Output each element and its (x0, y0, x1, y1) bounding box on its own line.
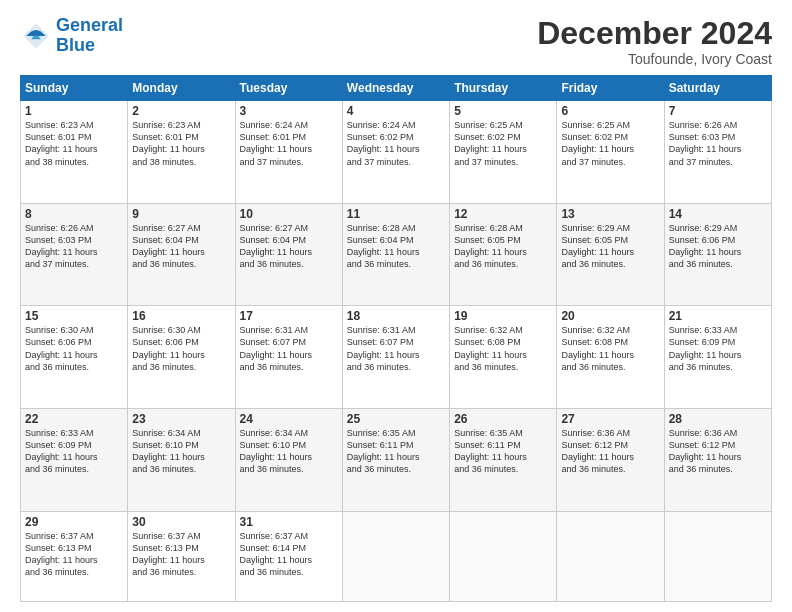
logo-line2: Blue (56, 35, 95, 55)
day-number: 25 (347, 412, 445, 426)
cell-info: Sunrise: 6:25 AM Sunset: 6:02 PM Dayligh… (454, 119, 552, 168)
day-number: 12 (454, 207, 552, 221)
cell-info: Sunrise: 6:28 AM Sunset: 6:05 PM Dayligh… (454, 222, 552, 271)
table-row: 11Sunrise: 6:28 AM Sunset: 6:04 PM Dayli… (342, 203, 449, 306)
cell-info: Sunrise: 6:25 AM Sunset: 6:02 PM Dayligh… (561, 119, 659, 168)
cell-info: Sunrise: 6:26 AM Sunset: 6:03 PM Dayligh… (25, 222, 123, 271)
day-number: 9 (132, 207, 230, 221)
day-number: 2 (132, 104, 230, 118)
table-row: 27Sunrise: 6:36 AM Sunset: 6:12 PM Dayli… (557, 408, 664, 511)
table-row: 1Sunrise: 6:23 AM Sunset: 6:01 PM Daylig… (21, 101, 128, 204)
table-row: 21Sunrise: 6:33 AM Sunset: 6:09 PM Dayli… (664, 306, 771, 409)
title-block: December 2024 Toufounde, Ivory Coast (537, 16, 772, 67)
table-row: 4Sunrise: 6:24 AM Sunset: 6:02 PM Daylig… (342, 101, 449, 204)
logo-text: General Blue (56, 16, 123, 56)
cell-info: Sunrise: 6:35 AM Sunset: 6:11 PM Dayligh… (454, 427, 552, 476)
table-row: 7Sunrise: 6:26 AM Sunset: 6:03 PM Daylig… (664, 101, 771, 204)
day-number: 10 (240, 207, 338, 221)
cell-info: Sunrise: 6:37 AM Sunset: 6:13 PM Dayligh… (25, 530, 123, 579)
day-number: 28 (669, 412, 767, 426)
day-number: 29 (25, 515, 123, 529)
day-number: 13 (561, 207, 659, 221)
cell-info: Sunrise: 6:35 AM Sunset: 6:11 PM Dayligh… (347, 427, 445, 476)
cell-info: Sunrise: 6:24 AM Sunset: 6:01 PM Dayligh… (240, 119, 338, 168)
day-number: 6 (561, 104, 659, 118)
day-number: 8 (25, 207, 123, 221)
col-monday: Monday (128, 76, 235, 101)
table-row (450, 511, 557, 602)
table-row: 22Sunrise: 6:33 AM Sunset: 6:09 PM Dayli… (21, 408, 128, 511)
table-row: 15Sunrise: 6:30 AM Sunset: 6:06 PM Dayli… (21, 306, 128, 409)
cell-info: Sunrise: 6:28 AM Sunset: 6:04 PM Dayligh… (347, 222, 445, 271)
table-row: 26Sunrise: 6:35 AM Sunset: 6:11 PM Dayli… (450, 408, 557, 511)
table-row: 12Sunrise: 6:28 AM Sunset: 6:05 PM Dayli… (450, 203, 557, 306)
table-row: 19Sunrise: 6:32 AM Sunset: 6:08 PM Dayli… (450, 306, 557, 409)
day-number: 16 (132, 309, 230, 323)
day-number: 24 (240, 412, 338, 426)
day-number: 14 (669, 207, 767, 221)
table-row: 28Sunrise: 6:36 AM Sunset: 6:12 PM Dayli… (664, 408, 771, 511)
table-row: 13Sunrise: 6:29 AM Sunset: 6:05 PM Dayli… (557, 203, 664, 306)
col-tuesday: Tuesday (235, 76, 342, 101)
day-number: 22 (25, 412, 123, 426)
day-number: 4 (347, 104, 445, 118)
day-number: 27 (561, 412, 659, 426)
table-row (557, 511, 664, 602)
cell-info: Sunrise: 6:32 AM Sunset: 6:08 PM Dayligh… (454, 324, 552, 373)
cell-info: Sunrise: 6:23 AM Sunset: 6:01 PM Dayligh… (132, 119, 230, 168)
cell-info: Sunrise: 6:29 AM Sunset: 6:05 PM Dayligh… (561, 222, 659, 271)
cell-info: Sunrise: 6:27 AM Sunset: 6:04 PM Dayligh… (132, 222, 230, 271)
cell-info: Sunrise: 6:23 AM Sunset: 6:01 PM Dayligh… (25, 119, 123, 168)
table-row: 16Sunrise: 6:30 AM Sunset: 6:06 PM Dayli… (128, 306, 235, 409)
cell-info: Sunrise: 6:29 AM Sunset: 6:06 PM Dayligh… (669, 222, 767, 271)
calendar: Sunday Monday Tuesday Wednesday Thursday… (20, 75, 772, 602)
cell-info: Sunrise: 6:24 AM Sunset: 6:02 PM Dayligh… (347, 119, 445, 168)
table-row: 9Sunrise: 6:27 AM Sunset: 6:04 PM Daylig… (128, 203, 235, 306)
cell-info: Sunrise: 6:37 AM Sunset: 6:14 PM Dayligh… (240, 530, 338, 579)
logo: General Blue (20, 16, 123, 56)
cell-info: Sunrise: 6:36 AM Sunset: 6:12 PM Dayligh… (669, 427, 767, 476)
day-number: 1 (25, 104, 123, 118)
table-row: 6Sunrise: 6:25 AM Sunset: 6:02 PM Daylig… (557, 101, 664, 204)
logo-line1: General (56, 15, 123, 35)
day-number: 26 (454, 412, 552, 426)
day-number: 21 (669, 309, 767, 323)
logo-icon (20, 20, 52, 52)
day-number: 20 (561, 309, 659, 323)
table-row: 14Sunrise: 6:29 AM Sunset: 6:06 PM Dayli… (664, 203, 771, 306)
page: General Blue December 2024 Toufounde, Iv… (0, 0, 792, 612)
table-row: 23Sunrise: 6:34 AM Sunset: 6:10 PM Dayli… (128, 408, 235, 511)
cell-info: Sunrise: 6:33 AM Sunset: 6:09 PM Dayligh… (25, 427, 123, 476)
day-number: 19 (454, 309, 552, 323)
table-row (664, 511, 771, 602)
table-row: 2Sunrise: 6:23 AM Sunset: 6:01 PM Daylig… (128, 101, 235, 204)
col-friday: Friday (557, 76, 664, 101)
cell-info: Sunrise: 6:33 AM Sunset: 6:09 PM Dayligh… (669, 324, 767, 373)
col-sunday: Sunday (21, 76, 128, 101)
table-row: 5Sunrise: 6:25 AM Sunset: 6:02 PM Daylig… (450, 101, 557, 204)
day-number: 5 (454, 104, 552, 118)
cell-info: Sunrise: 6:31 AM Sunset: 6:07 PM Dayligh… (240, 324, 338, 373)
table-row: 20Sunrise: 6:32 AM Sunset: 6:08 PM Dayli… (557, 306, 664, 409)
cell-info: Sunrise: 6:26 AM Sunset: 6:03 PM Dayligh… (669, 119, 767, 168)
day-number: 7 (669, 104, 767, 118)
cell-info: Sunrise: 6:37 AM Sunset: 6:13 PM Dayligh… (132, 530, 230, 579)
table-row: 3Sunrise: 6:24 AM Sunset: 6:01 PM Daylig… (235, 101, 342, 204)
table-row: 29Sunrise: 6:37 AM Sunset: 6:13 PM Dayli… (21, 511, 128, 602)
day-number: 15 (25, 309, 123, 323)
cell-info: Sunrise: 6:30 AM Sunset: 6:06 PM Dayligh… (25, 324, 123, 373)
table-row: 8Sunrise: 6:26 AM Sunset: 6:03 PM Daylig… (21, 203, 128, 306)
table-row: 25Sunrise: 6:35 AM Sunset: 6:11 PM Dayli… (342, 408, 449, 511)
table-row: 10Sunrise: 6:27 AM Sunset: 6:04 PM Dayli… (235, 203, 342, 306)
cell-info: Sunrise: 6:31 AM Sunset: 6:07 PM Dayligh… (347, 324, 445, 373)
table-row (342, 511, 449, 602)
header: General Blue December 2024 Toufounde, Iv… (20, 16, 772, 67)
day-number: 11 (347, 207, 445, 221)
header-row: Sunday Monday Tuesday Wednesday Thursday… (21, 76, 772, 101)
col-saturday: Saturday (664, 76, 771, 101)
cell-info: Sunrise: 6:32 AM Sunset: 6:08 PM Dayligh… (561, 324, 659, 373)
cell-info: Sunrise: 6:34 AM Sunset: 6:10 PM Dayligh… (132, 427, 230, 476)
day-number: 30 (132, 515, 230, 529)
day-number: 3 (240, 104, 338, 118)
month-title: December 2024 (537, 16, 772, 51)
